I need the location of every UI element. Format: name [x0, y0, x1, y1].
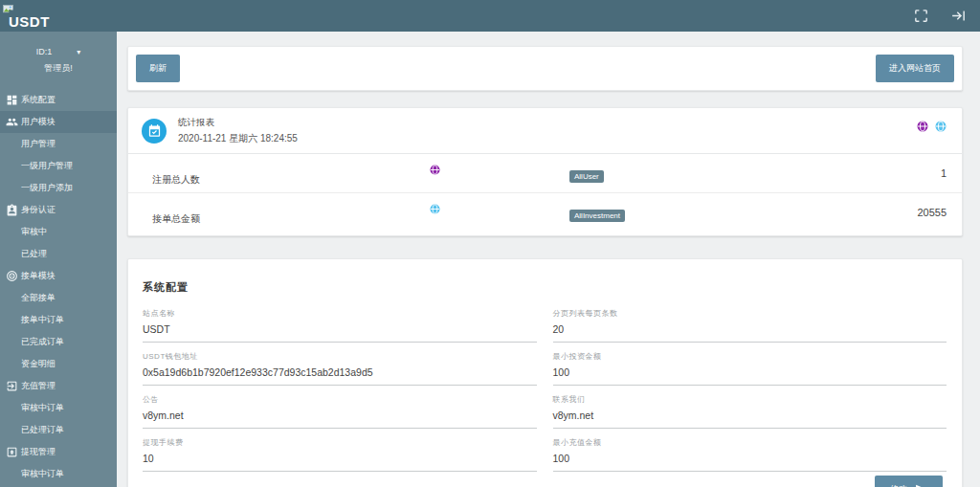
- app-title: USDT: [9, 14, 50, 29]
- login-box-icon: [6, 380, 18, 392]
- total-order-amount-row: 接单总金额 AllInvestment 20555: [128, 193, 962, 236]
- users-icon: [6, 116, 18, 128]
- globe-blue-icon: [430, 204, 440, 214]
- globe-purple-icon: [917, 121, 928, 132]
- sidebar-item-user-module[interactable]: 用户模块: [0, 111, 117, 133]
- broken-image-icon: [3, 5, 13, 14]
- usdt-wallet-field[interactable]: USDT钱包地址 0x5a19d6b1b7920ef12e933c77d93c1…: [143, 351, 537, 386]
- fullscreen-icon[interactable]: [913, 8, 929, 24]
- topbar: USDT: [0, 0, 980, 32]
- sidebar: ID:1 ▾ 管理员! 系统配置 用户模块 用户管理 一级用户管理 一级用户添加…: [0, 32, 117, 487]
- sidebar-nav: 系统配置 用户模块 用户管理 一级用户管理 一级用户添加 身份认证 审核中 已处…: [0, 89, 117, 485]
- withdraw-fee-field[interactable]: 提现手续费 10: [143, 437, 537, 472]
- calendar-check-icon: [142, 119, 167, 144]
- sidebar-item-completed-orders[interactable]: 已完成订单: [0, 331, 117, 353]
- chevron-down-icon[interactable]: ▾: [77, 44, 80, 60]
- main-content: 刷新 进入网站首页 统计报表 2020-11-21 星期六 18:24:55: [117, 32, 980, 487]
- submit-button[interactable]: 修改: [875, 476, 943, 487]
- goto-site-button[interactable]: 进入网站首页: [876, 55, 954, 82]
- min-invest-field[interactable]: 最小投资金额 100: [553, 351, 947, 386]
- stats-card: 统计报表 2020-11-21 星期六 18:24:55 注册总人数: [127, 107, 963, 236]
- brand: USDT: [3, 4, 50, 29]
- logout-icon[interactable]: [950, 8, 967, 24]
- sidebar-item-identity-auth[interactable]: 身份认证: [0, 199, 117, 221]
- site-name-field[interactable]: 站点名称 USDT: [143, 308, 537, 343]
- stats-header: 统计报表 2020-11-21 星期六 18:24:55: [128, 108, 962, 154]
- stat-label: 接单总金额: [152, 193, 430, 236]
- sidebar-item-processed[interactable]: 已处理: [0, 243, 117, 265]
- sidebar-item-recharge-under-review[interactable]: 审核中订单: [0, 397, 117, 419]
- config-form: 站点名称 USDT USDT钱包地址 0x5a19d6b1b7920ef12e9…: [143, 308, 947, 480]
- stats-title: 统计报表: [178, 117, 298, 129]
- announcement-field[interactable]: 公告 v8ym.net: [143, 394, 537, 429]
- sidebar-item-recharge-management[interactable]: 充值管理: [0, 375, 117, 397]
- stat-value: 20555: [917, 193, 947, 236]
- profile-role: 管理员!: [0, 60, 117, 77]
- sidebar-item-withdraw-under-review[interactable]: 审核中订单: [0, 463, 117, 485]
- toolbar-card: 刷新 进入网站首页: [127, 46, 963, 91]
- sidebar-item-level1-user-add[interactable]: 一级用户添加: [0, 177, 117, 199]
- sidebar-item-level1-user-management[interactable]: 一级用户管理: [0, 155, 117, 177]
- status-badge: AllUser: [569, 170, 604, 183]
- page-size-field[interactable]: 分页列表每页条数 20: [553, 308, 947, 343]
- registered-users-row: 注册总人数 AllUser 1: [128, 154, 962, 193]
- stats-datetime: 2020-11-21 星期六 18:24:55: [178, 132, 298, 145]
- dashboard-icon: [6, 94, 18, 106]
- profile-block[interactable]: ID:1 ▾ 管理员!: [0, 32, 117, 77]
- config-section-title: 系统配置: [143, 280, 947, 295]
- min-recharge-field[interactable]: 最小充值金额 100: [553, 437, 947, 472]
- sidebar-item-all-orders[interactable]: 全部接单: [0, 287, 117, 309]
- stat-label: 注册总人数: [152, 154, 430, 192]
- sidebar-item-system-config[interactable]: 系统配置: [0, 89, 117, 111]
- sidebar-item-order-module[interactable]: 接单模块: [0, 265, 117, 287]
- refresh-button[interactable]: 刷新: [136, 55, 180, 82]
- status-badge: AllInvestment: [569, 210, 625, 222]
- upload-box-icon: [6, 446, 18, 458]
- sidebar-item-withdraw-management[interactable]: 提现管理: [0, 441, 117, 463]
- profile-id: ID:1: [36, 44, 53, 60]
- sidebar-item-orders-in-progress[interactable]: 接单中订单: [0, 309, 117, 331]
- target-icon: [6, 270, 18, 282]
- stat-value: 1: [941, 154, 947, 192]
- send-icon: [915, 483, 927, 487]
- contact-us-field[interactable]: 联系我们 v8ym.net: [553, 394, 947, 429]
- system-config-card: 系统配置 站点名称 USDT USDT钱包地址 0x5a19d6b1b7920e…: [127, 258, 963, 487]
- sidebar-item-under-review[interactable]: 审核中: [0, 221, 117, 243]
- globe-blue-icon: [935, 121, 947, 132]
- globe-purple-icon: [430, 165, 440, 175]
- sidebar-item-recharge-processed[interactable]: 已处理订单: [0, 419, 117, 441]
- id-badge-icon: [6, 204, 18, 216]
- sidebar-item-user-management[interactable]: 用户管理: [0, 133, 117, 155]
- sidebar-item-fund-details[interactable]: 资金明细: [0, 353, 117, 375]
